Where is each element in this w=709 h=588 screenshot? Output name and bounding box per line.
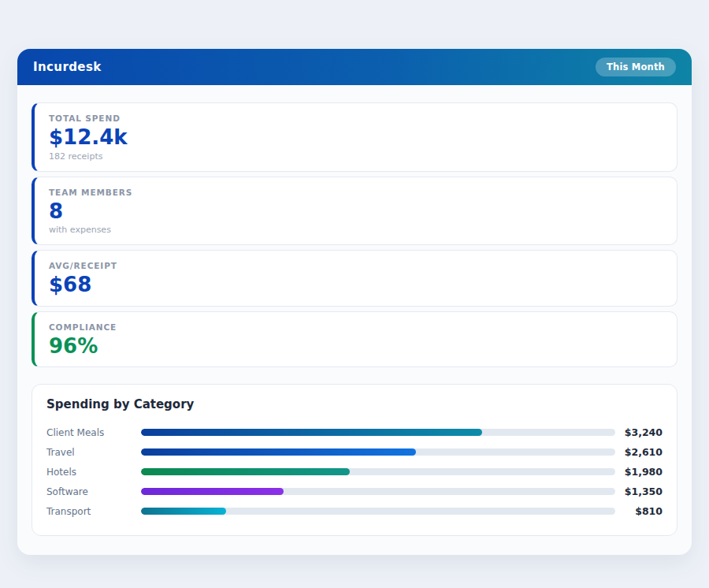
stat-value: $68 bbox=[49, 274, 663, 296]
stat-subtitle: with expenses bbox=[49, 225, 663, 235]
stat-value: 8 bbox=[49, 200, 663, 223]
stats-list: TOTAL SPEND $12.4k 182 receipts TEAM MEM… bbox=[32, 102, 677, 367]
stat-label: AVG/RECEIPT bbox=[49, 261, 663, 270]
chart-row: Hotels $1,980 bbox=[46, 462, 663, 482]
value-label: $3,240 bbox=[615, 426, 663, 438]
category-label: Software bbox=[46, 486, 141, 497]
spending-chart-card: Spending by Category Client Meals $3,240… bbox=[32, 384, 677, 536]
stat-value: 96% bbox=[49, 335, 663, 358]
bar-track bbox=[141, 448, 615, 456]
stat-value: $12.4k bbox=[49, 126, 663, 149]
bar-track bbox=[141, 468, 615, 475]
stat-subtitle: 182 receipts bbox=[49, 151, 663, 162]
chart-row: Software $1,350 bbox=[46, 482, 663, 501]
bar-fill bbox=[141, 448, 416, 456]
category-label: Transport bbox=[46, 506, 141, 517]
value-label: $2,610 bbox=[615, 446, 663, 458]
bar-fill bbox=[141, 508, 226, 515]
bar-track bbox=[141, 508, 615, 515]
app-title: Incurdesk bbox=[33, 60, 102, 74]
bar-fill bbox=[141, 488, 284, 495]
chart-row: Travel $2,610 bbox=[46, 442, 663, 462]
bar-track bbox=[141, 429, 615, 436]
stat-label: COMPLIANCE bbox=[49, 322, 663, 332]
stat-label: TEAM MEMBERS bbox=[49, 188, 663, 197]
stat-card: COMPLIANCE 96% bbox=[32, 311, 677, 368]
value-label: $1,350 bbox=[615, 486, 663, 497]
stat-card: TEAM MEMBERS 8 with expenses bbox=[32, 177, 677, 246]
chart-row: Client Meals $3,240 bbox=[46, 422, 663, 442]
period-badge[interactable]: This Month bbox=[596, 58, 676, 76]
stat-card: TOTAL SPEND $12.4k 182 receipts bbox=[32, 102, 677, 172]
stat-label: TOTAL SPEND bbox=[49, 114, 663, 123]
chart-title: Spending by Category bbox=[46, 397, 663, 411]
main-content: TOTAL SPEND $12.4k 182 receipts TEAM MEM… bbox=[17, 85, 692, 555]
app-header: Incurdesk This Month bbox=[17, 49, 692, 85]
bar-fill bbox=[141, 429, 482, 436]
category-label: Hotels bbox=[46, 467, 141, 478]
bar-track bbox=[141, 488, 615, 495]
chart-row: Transport $810 bbox=[46, 501, 663, 521]
app-container: Incurdesk This Month TOTAL SPEND $12.4k … bbox=[17, 49, 692, 555]
category-label: Client Meals bbox=[46, 427, 141, 438]
category-label: Travel bbox=[46, 447, 141, 458]
bar-fill bbox=[141, 468, 350, 475]
chart-rows: Client Meals $3,240 Travel $2,610 Hotels… bbox=[46, 422, 663, 521]
value-label: $1,980 bbox=[615, 466, 663, 478]
stat-card: AVG/RECEIPT $68 bbox=[32, 250, 677, 307]
value-label: $810 bbox=[615, 505, 663, 517]
